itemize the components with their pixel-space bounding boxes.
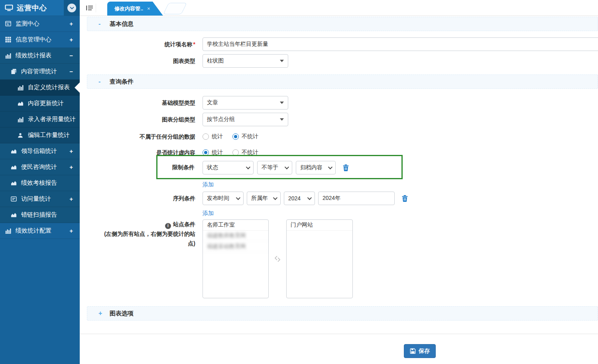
chart-type-select[interactable]: 柱状图 xyxy=(203,54,288,68)
expand-section-icon[interactable]: + xyxy=(98,310,103,317)
expand-icon[interactable]: + xyxy=(69,20,73,27)
chart-type-row: 图表类型 柱状图 xyxy=(87,54,598,68)
sidebar-item-performance-stat-report[interactable]: 绩效统计报表− xyxy=(0,48,80,64)
area-chart-icon xyxy=(10,212,18,218)
grid-icon xyxy=(4,37,12,43)
chevron-down-icon xyxy=(273,196,277,200)
ungrouped-skip-label: 不统计 xyxy=(242,133,258,140)
site-condition-hint2: 点) xyxy=(188,240,195,247)
series-year-select[interactable]: 2024 xyxy=(284,192,315,205)
sidebar-header: 运营中心 xyxy=(0,0,80,16)
ungrouped-count-radio[interactable] xyxy=(203,133,209,140)
ghost-tab xyxy=(163,3,187,14)
tab-close-icon[interactable]: × xyxy=(147,6,150,12)
trash-icon[interactable] xyxy=(343,164,349,171)
sidebar-toggle-icon[interactable] xyxy=(84,4,96,12)
limit-operator-select[interactable]: 不等于 xyxy=(257,161,292,174)
expand-icon[interactable]: + xyxy=(69,36,73,43)
bar-chart-icon xyxy=(16,84,24,90)
site-condition-row: i站点条件 (左侧为所有站点，右侧为要统计的站 点) 名师工作室福建教师教育网福… xyxy=(87,219,598,298)
sidebar-item-custom-stat-report[interactable]: 自定义统计报表 xyxy=(0,80,80,96)
topbar: 修改内容管.. × xyxy=(80,0,598,16)
series-name-input[interactable]: 2024年 xyxy=(318,192,395,205)
transfer-arrows-icon[interactable] xyxy=(274,255,281,262)
sidebar-item-label: 自定义统计报表 xyxy=(28,84,70,91)
chevron-down-icon xyxy=(67,4,76,12)
site-option[interactable]: 名师工作室 xyxy=(203,220,268,231)
save-button[interactable]: 保存 xyxy=(404,344,436,358)
monitor-icon xyxy=(5,4,13,11)
expand-icon[interactable]: + xyxy=(69,148,73,155)
series-unit-select[interactable]: 所属年 xyxy=(247,192,281,205)
expand-icon[interactable]: + xyxy=(69,196,73,202)
sidebar-item-leader-mailbox-stat[interactable]: 领导信箱统计+ xyxy=(0,143,80,159)
caret-down-icon xyxy=(280,60,284,62)
caret-down-icon xyxy=(280,118,284,121)
site-option-redacted[interactable]: 福建基础教育网 xyxy=(203,241,268,252)
section-query-conditions[interactable]: - 查询条件 xyxy=(87,74,598,89)
site-option-redacted[interactable]: 福建教师教育网 xyxy=(203,231,268,241)
limit-field-select[interactable]: 状态 xyxy=(203,161,254,174)
caret-down-icon xyxy=(280,102,284,104)
chevron-down-icon xyxy=(307,196,312,200)
sidebar-item-monitor-center[interactable]: 监测中心+ xyxy=(0,16,80,32)
limit-add-link[interactable]: 添加 xyxy=(203,181,214,188)
tab-label: 修改内容管.. xyxy=(114,5,143,12)
series-add-link[interactable]: 添加 xyxy=(203,210,214,217)
group-type-select[interactable]: 按节点分组 xyxy=(203,113,288,126)
expand-icon[interactable]: + xyxy=(69,227,73,234)
ungrouped-data-row: 不属于任何分组的数据 统计 不统计 xyxy=(87,133,598,141)
sidebar-item-entry-adoption-stat[interactable]: 录入者录用量统计 xyxy=(0,112,80,127)
site-condition-label: i站点条件 (左侧为所有站点，右侧为要统计的站 点) xyxy=(87,219,195,248)
sidebar-item-performance-assess-report[interactable]: 绩效考核报告 xyxy=(0,175,80,191)
section-chart-options[interactable]: + 图表选项 xyxy=(87,306,598,321)
sidebar-item-label: 便民咨询统计 xyxy=(21,163,57,171)
bar-chart-icon xyxy=(16,116,24,122)
tab-modify-content[interactable]: 修改内容管.. × xyxy=(107,2,163,16)
sidebar-item-info-management-center[interactable]: 信息管理中心+ xyxy=(0,32,80,48)
sidebar-item-label: 访问量统计 xyxy=(21,195,51,203)
group-type-label: 图表分组类型 xyxy=(87,115,195,123)
base-model-select[interactable]: 文章 xyxy=(203,96,288,110)
base-model-label: 基础模型类型 xyxy=(87,99,195,107)
sidebar-item-edit-workload-stat[interactable]: 编辑工作量统计 xyxy=(0,127,80,143)
sidebar-collapse-button[interactable] xyxy=(64,0,80,16)
site-source-listbox[interactable]: 名师工作室福建教师教育网福建基础教育网 xyxy=(203,219,269,298)
sidebar-item-content-update-stat[interactable]: 内容更新统计 xyxy=(0,96,80,112)
section-basic-info[interactable]: - 基本信息 xyxy=(87,17,598,31)
site-option[interactable]: 门户网站 xyxy=(287,220,352,231)
limit-value-select[interactable]: 归档内容 xyxy=(296,161,336,174)
ungrouped-skip-radio[interactable] xyxy=(232,133,239,140)
sidebar-item-public-consult-stat[interactable]: 便民咨询统计+ xyxy=(0,159,80,175)
series-field-select[interactable]: 发布时间 xyxy=(203,192,244,205)
sidebar-item-label: 内容更新统计 xyxy=(28,100,64,107)
user-icon xyxy=(16,133,24,138)
collapse-section-icon[interactable]: - xyxy=(98,78,103,85)
area-chart-icon xyxy=(16,100,24,106)
sidebar-item-content-management-stat[interactable]: 内容管理统计− xyxy=(0,64,80,80)
tab-bar: 修改内容管.. × xyxy=(107,0,598,16)
sidebar-item-label: 编辑工作量统计 xyxy=(28,131,70,139)
sidebar-item-label: 领导信箱统计 xyxy=(21,147,57,155)
area-chart-icon xyxy=(10,180,18,186)
section-title: 基本信息 xyxy=(110,20,134,28)
info-icon: i xyxy=(165,223,171,229)
sidebar-item-label: 内容管理统计 xyxy=(21,68,57,75)
section-title: 查询条件 xyxy=(110,78,134,86)
collapse-icon[interactable]: − xyxy=(69,68,73,75)
site-target-listbox[interactable]: 门户网站 xyxy=(286,219,353,298)
ungrouped-count-label: 统计 xyxy=(212,133,223,140)
stat-name-input[interactable]: 学校主站当年栏目更新量 xyxy=(203,37,598,51)
section-title: 图表选项 xyxy=(110,310,134,317)
site-transfer-widget: 名师工作室福建教师教育网福建基础教育网 门户网站 xyxy=(203,219,353,298)
sidebar-item-visit-stat[interactable]: 访问量统计+ xyxy=(0,191,80,207)
sidebar-item-performance-stat-config[interactable]: 绩效统计配置+ xyxy=(0,223,80,239)
trash-icon[interactable] xyxy=(402,195,408,202)
limit-condition-highlight: 限制条件 状态 不等于 归档内容 xyxy=(156,155,403,179)
expand-icon[interactable]: + xyxy=(69,164,73,170)
window-icon xyxy=(4,21,12,27)
collapse-section-icon[interactable]: - xyxy=(98,20,103,27)
area-chart-icon xyxy=(10,164,18,170)
collapse-icon[interactable]: − xyxy=(69,52,73,59)
sidebar-item-broken-link-report[interactable]: 错链扫描报告 xyxy=(0,207,80,223)
